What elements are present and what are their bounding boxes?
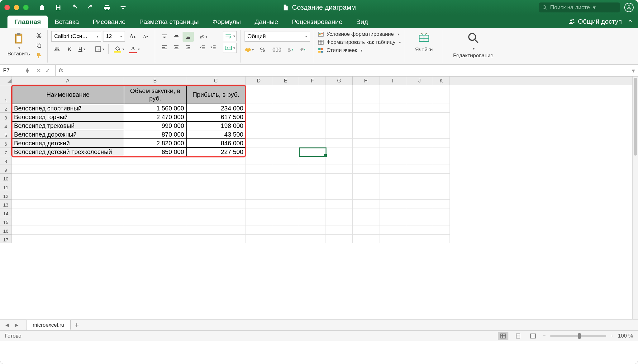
cell[interactable] bbox=[406, 191, 433, 200]
col-header-d[interactable]: D bbox=[245, 77, 272, 85]
cell[interactable] bbox=[326, 104, 353, 113]
cell[interactable] bbox=[406, 85, 433, 104]
cell[interactable] bbox=[124, 200, 186, 208]
cell[interactable] bbox=[245, 200, 272, 208]
cell[interactable] bbox=[326, 217, 353, 226]
bold-button[interactable]: Ж bbox=[51, 44, 63, 54]
col-header-b[interactable]: B bbox=[124, 77, 186, 85]
cell[interactable] bbox=[299, 113, 326, 121]
conditional-formatting[interactable]: Условное форматирование▾ bbox=[318, 31, 401, 37]
cell[interactable] bbox=[245, 174, 272, 182]
align-right-icon[interactable] bbox=[183, 42, 194, 52]
cell[interactable] bbox=[299, 165, 326, 174]
collapse-ribbon-icon[interactable] bbox=[627, 18, 633, 25]
cell[interactable] bbox=[299, 208, 326, 217]
row-header[interactable]: 13 bbox=[0, 200, 12, 208]
cell[interactable] bbox=[326, 200, 353, 208]
borders-button[interactable]: ▾ bbox=[94, 44, 105, 54]
merge-cells-icon[interactable]: ▾ bbox=[223, 43, 237, 53]
align-top-icon[interactable] bbox=[159, 32, 170, 42]
cell[interactable] bbox=[353, 113, 379, 121]
cell[interactable] bbox=[326, 130, 353, 139]
cell[interactable]: 870 000 bbox=[124, 130, 186, 139]
cell[interactable] bbox=[379, 191, 406, 200]
cell[interactable]: 617 500 bbox=[186, 113, 245, 121]
cell[interactable] bbox=[12, 200, 124, 208]
col-header-j[interactable]: J bbox=[406, 77, 433, 85]
user-icon[interactable] bbox=[624, 3, 634, 12]
cell[interactable] bbox=[433, 104, 450, 113]
cell[interactable] bbox=[124, 174, 186, 182]
zoom-slider[interactable] bbox=[550, 335, 606, 337]
cell[interactable] bbox=[406, 156, 433, 165]
cell[interactable] bbox=[353, 104, 379, 113]
col-header-c[interactable]: C bbox=[186, 77, 245, 85]
cell[interactable] bbox=[379, 139, 406, 147]
cell[interactable]: 2 470 000 bbox=[124, 113, 186, 121]
cell[interactable] bbox=[245, 182, 272, 191]
spreadsheet-grid[interactable]: A B C D E F G H I J K 1НаименованиеОбъем… bbox=[0, 77, 638, 319]
cell[interactable] bbox=[406, 147, 433, 156]
cell[interactable] bbox=[272, 113, 299, 121]
row-header[interactable]: 2 bbox=[0, 104, 12, 113]
cell[interactable] bbox=[272, 208, 299, 217]
cell[interactable] bbox=[245, 235, 272, 243]
cell[interactable] bbox=[353, 147, 379, 156]
cell[interactable] bbox=[353, 191, 379, 200]
cells-button[interactable]: Ячейки bbox=[409, 31, 439, 53]
cell[interactable] bbox=[406, 200, 433, 208]
cell[interactable] bbox=[272, 104, 299, 113]
cell[interactable] bbox=[433, 235, 450, 243]
cell[interactable] bbox=[245, 139, 272, 147]
cell[interactable] bbox=[124, 235, 186, 243]
cell[interactable] bbox=[12, 208, 124, 217]
cell[interactable] bbox=[353, 226, 379, 235]
cell[interactable] bbox=[186, 208, 245, 217]
cell[interactable] bbox=[379, 217, 406, 226]
cell[interactable] bbox=[186, 156, 245, 165]
vertical-scrollbar[interactable] bbox=[632, 77, 638, 319]
cell[interactable] bbox=[353, 156, 379, 165]
cell[interactable] bbox=[379, 165, 406, 174]
tab-layout[interactable]: Разметка страницы bbox=[132, 16, 206, 28]
cell[interactable] bbox=[379, 174, 406, 182]
cell[interactable] bbox=[379, 104, 406, 113]
cell[interactable] bbox=[353, 200, 379, 208]
col-header-f[interactable]: F bbox=[299, 77, 326, 85]
cell[interactable] bbox=[406, 208, 433, 217]
cell[interactable] bbox=[326, 235, 353, 243]
accept-formula-icon[interactable]: ✓ bbox=[45, 67, 50, 74]
cell[interactable] bbox=[326, 147, 353, 156]
cell[interactable] bbox=[326, 208, 353, 217]
cell[interactable] bbox=[12, 156, 124, 165]
undo-icon[interactable] bbox=[70, 3, 79, 12]
cell[interactable] bbox=[186, 217, 245, 226]
cell[interactable] bbox=[245, 226, 272, 235]
cell[interactable] bbox=[186, 165, 245, 174]
cell[interactable] bbox=[326, 156, 353, 165]
tab-home[interactable]: Главная bbox=[7, 16, 48, 28]
cell[interactable] bbox=[272, 200, 299, 208]
cell[interactable] bbox=[186, 174, 245, 182]
cell[interactable] bbox=[272, 147, 299, 156]
zoom-out-icon[interactable]: − bbox=[543, 333, 546, 339]
percent-button[interactable]: % bbox=[257, 45, 268, 55]
decrease-indent-icon[interactable] bbox=[198, 43, 207, 52]
cell[interactable] bbox=[245, 217, 272, 226]
cell[interactable]: Прибыль, в руб. bbox=[186, 85, 245, 104]
cell[interactable] bbox=[12, 191, 124, 200]
fill-color-button[interactable]: ▾ bbox=[112, 44, 126, 54]
tab-review[interactable]: Рецензирование bbox=[285, 16, 349, 28]
cell[interactable] bbox=[379, 121, 406, 130]
col-header-h[interactable]: H bbox=[353, 77, 379, 85]
cell[interactable] bbox=[433, 165, 450, 174]
close-window[interactable] bbox=[4, 5, 10, 10]
save-icon[interactable] bbox=[54, 3, 63, 12]
cell[interactable] bbox=[379, 85, 406, 104]
cell[interactable]: 846 000 bbox=[186, 139, 245, 147]
cell[interactable] bbox=[12, 182, 124, 191]
cell[interactable]: 990 000 bbox=[124, 121, 186, 130]
cell[interactable] bbox=[272, 235, 299, 243]
cell[interactable] bbox=[186, 226, 245, 235]
cell[interactable] bbox=[326, 226, 353, 235]
